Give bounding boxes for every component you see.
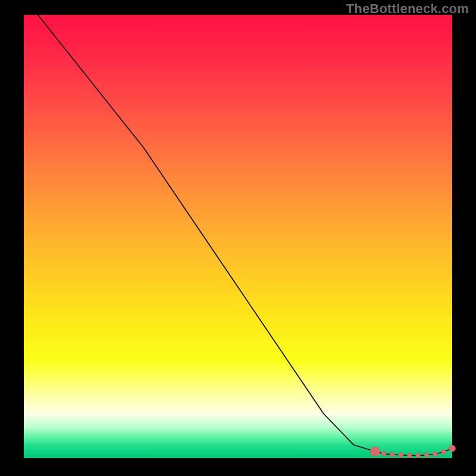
curve-marker xyxy=(407,453,412,458)
curve-marker xyxy=(424,453,429,458)
curve-marker xyxy=(370,447,380,456)
plot-overlay xyxy=(24,15,452,458)
curve-marker xyxy=(449,445,456,452)
bottleneck-curve-line xyxy=(24,0,452,456)
curve-marker xyxy=(390,452,394,457)
curve-marker xyxy=(433,452,437,456)
watermark-label: TheBottleneck.com xyxy=(346,1,469,17)
curve-marker xyxy=(441,450,446,455)
plot-area xyxy=(24,15,452,458)
chart-frame: TheBottleneck.com xyxy=(0,0,476,476)
curve-marker xyxy=(399,453,403,458)
curve-marker xyxy=(381,452,386,456)
curve-marker xyxy=(415,453,420,458)
